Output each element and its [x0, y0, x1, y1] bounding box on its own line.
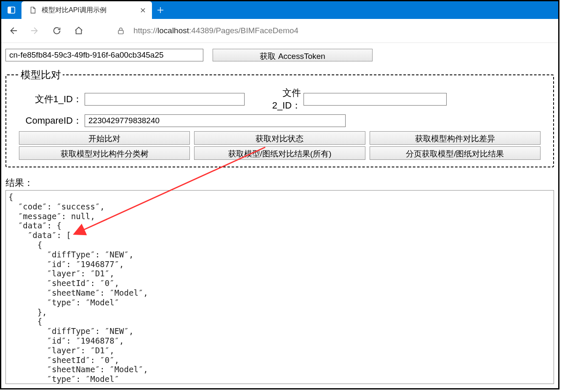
get-access-token-button[interactable]: 获取 AccessToken — [213, 49, 373, 61]
get-category-tree-button[interactable]: 获取模型对比构件分类树 — [19, 146, 190, 160]
lock-icon[interactable] — [116, 26, 126, 36]
file2-id-input[interactable] — [304, 93, 447, 106]
get-all-results-button[interactable]: 获取模型/图纸对比结果(所有) — [194, 146, 365, 160]
new-tab-button[interactable] — [152, 1, 169, 19]
start-compare-button[interactable]: 开始比对 — [19, 131, 190, 145]
get-compare-status-button[interactable]: 获取对比状态 — [194, 131, 365, 145]
file1-label: 文件1_ID： — [19, 93, 82, 106]
url-protocol: https:// — [133, 26, 157, 35]
page-content: 获取 AccessToken 模型比对 文件1_ID： 文件2_ID： Comp… — [1, 43, 558, 388]
compare-legend: 模型比对 — [19, 68, 63, 82]
url-display[interactable]: https://localhost:44389/Pages/BIMFaceDem… — [133, 26, 298, 35]
browser-window: 模型对比API调用示例 https://localhost:44389/Page… — [0, 0, 559, 389]
compare-id-input[interactable] — [85, 114, 346, 127]
file1-id-input[interactable] — [85, 93, 245, 106]
svg-rect-2 — [118, 30, 123, 34]
app-key-input[interactable] — [5, 49, 203, 61]
compare-id-row: CompareID： — [19, 114, 541, 127]
page-icon — [29, 6, 37, 14]
forward-button[interactable] — [30, 26, 40, 36]
app-key-row: 获取 AccessToken — [5, 49, 554, 61]
toolbar: https://localhost:44389/Pages/BIMFaceDem… — [1, 19, 558, 43]
url-path: :44389/Pages/BIMFaceDemo4 — [189, 26, 298, 35]
browser-tab[interactable]: 模型对比API调用示例 — [21, 1, 152, 19]
action-button-grid: 开始比对 获取对比状态 获取模型构件对比差异 获取模型对比构件分类树 获取模型/… — [19, 131, 541, 160]
result-textarea[interactable]: { ″code″: ″success″, ″message″: null, ″d… — [5, 190, 554, 384]
tab-actions-icon[interactable] — [7, 6, 16, 14]
back-button[interactable] — [8, 26, 18, 36]
file2-label: 文件2_ID： — [255, 87, 301, 112]
svg-rect-1 — [8, 7, 11, 13]
result-section: 结果： { ″code″: ″success″, ″message″: null… — [5, 177, 554, 384]
compare-id-label: CompareID： — [19, 114, 82, 127]
tab-title: 模型对比API调用示例 — [42, 6, 133, 15]
refresh-button[interactable] — [52, 26, 62, 36]
get-paged-results-button[interactable]: 分页获取模型/图纸对比结果 — [370, 146, 541, 160]
title-bar: 模型对比API调用示例 — [1, 1, 558, 19]
title-bar-left — [1, 1, 21, 19]
url-host: localhost — [157, 26, 189, 35]
file-id-row: 文件1_ID： 文件2_ID： — [19, 87, 541, 112]
compare-fieldset: 模型比对 文件1_ID： 文件2_ID： CompareID： 开始比对 获取对… — [5, 68, 554, 167]
get-component-diff-button[interactable]: 获取模型构件对比差异 — [370, 131, 541, 145]
tab-close-button[interactable] — [138, 5, 148, 15]
result-label: 结果： — [5, 177, 554, 189]
home-button[interactable] — [74, 26, 84, 36]
